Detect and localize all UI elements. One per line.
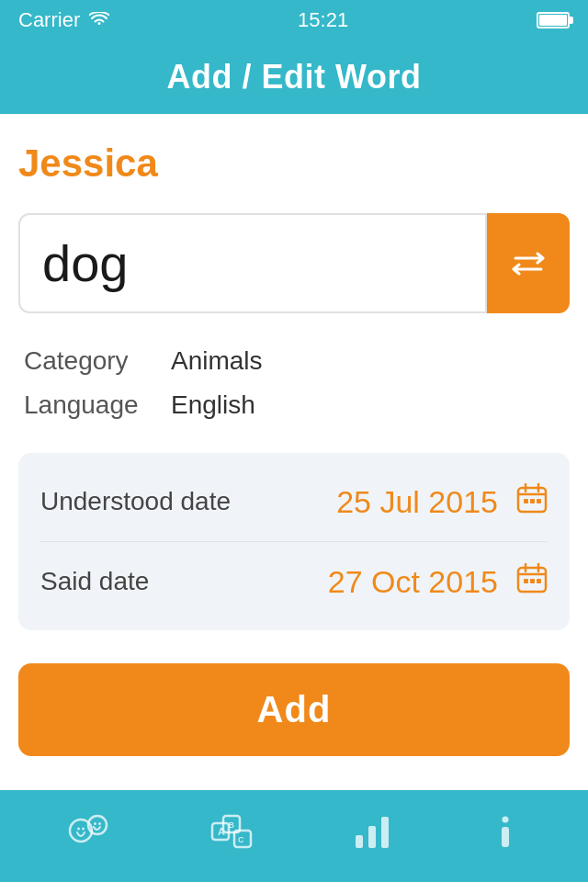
svg-rect-2 <box>530 499 535 503</box>
language-value: English <box>171 390 255 420</box>
time-display: 15:21 <box>298 8 348 32</box>
language-row: Language English <box>24 383 564 427</box>
understood-date-label: Understood date <box>40 487 336 516</box>
said-calendar-icon[interactable] <box>516 562 548 601</box>
svg-point-13 <box>98 822 101 825</box>
main-content: Jessica Category Animals Language Englis… <box>0 114 588 857</box>
word-input-row <box>18 213 570 313</box>
svg-point-23 <box>503 816 509 822</box>
understood-calendar-icon[interactable] <box>516 482 548 521</box>
status-left: Carrier <box>18 8 109 32</box>
status-bar: Carrier 15:21 <box>0 0 588 40</box>
tab-item-words[interactable]: A B C <box>210 812 253 861</box>
svg-rect-21 <box>368 826 376 848</box>
word-input-container <box>18 213 487 313</box>
category-label: Category <box>24 346 171 376</box>
svg-rect-6 <box>530 579 535 583</box>
said-date-label: Said date <box>40 567 328 596</box>
category-value: Animals <box>171 346 263 376</box>
said-date-row: Said date 27 Oct 2015 <box>40 541 548 621</box>
battery-icon <box>537 12 570 28</box>
svg-rect-5 <box>524 579 528 583</box>
svg-point-12 <box>94 822 96 825</box>
svg-text:C: C <box>238 835 244 844</box>
svg-rect-1 <box>524 499 528 503</box>
svg-text:A: A <box>218 826 225 837</box>
svg-rect-22 <box>381 817 389 848</box>
nav-bar: Add / Edit Word <box>0 40 588 114</box>
category-row: Category Animals <box>24 339 564 383</box>
understood-date-value: 25 Jul 2015 <box>336 484 498 520</box>
tab-bar: A B C <box>0 790 588 882</box>
language-label: Language <box>24 390 171 420</box>
wifi-icon <box>89 8 109 32</box>
add-button[interactable]: Add <box>18 663 570 756</box>
carrier-label: Carrier <box>18 8 80 32</box>
user-name-label: Jessica <box>18 132 570 195</box>
page-title: Add / Edit Word <box>167 58 422 96</box>
date-section: Understood date 25 Jul 2015 Said date 27… <box>18 453 570 630</box>
word-input[interactable] <box>42 233 463 293</box>
svg-text:B: B <box>229 820 235 830</box>
tab-item-stats[interactable] <box>352 813 392 860</box>
svg-rect-7 <box>537 579 541 583</box>
svg-rect-24 <box>502 827 509 847</box>
svg-point-10 <box>77 827 80 830</box>
stats-icon <box>352 813 392 858</box>
words-icon: A B C <box>210 812 253 859</box>
faces-icon <box>68 812 112 859</box>
tab-item-info[interactable] <box>491 812 520 861</box>
info-icon <box>491 812 520 859</box>
meta-section: Category Animals Language English <box>18 339 570 427</box>
swap-button[interactable] <box>487 213 570 313</box>
said-date-value: 27 Oct 2015 <box>328 564 498 600</box>
svg-rect-20 <box>356 835 363 848</box>
understood-date-row: Understood date 25 Jul 2015 <box>40 462 548 541</box>
svg-point-11 <box>82 827 85 830</box>
tab-item-faces[interactable] <box>68 812 112 861</box>
svg-rect-3 <box>537 499 541 503</box>
